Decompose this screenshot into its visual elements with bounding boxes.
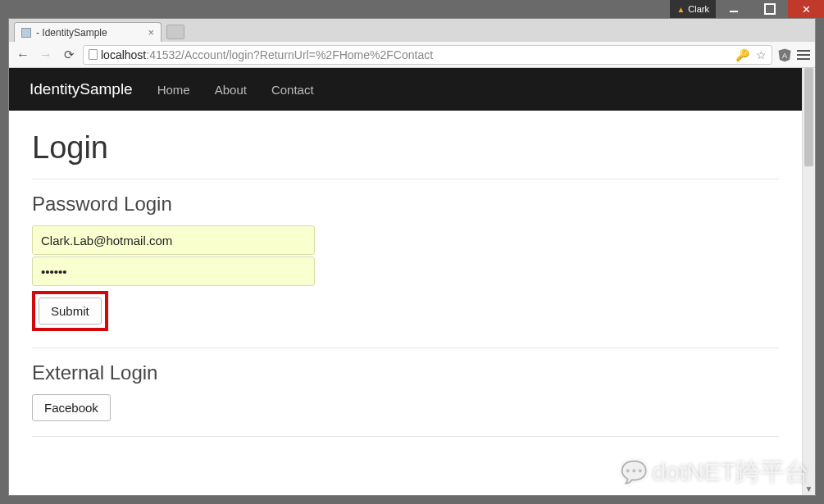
window-maximize-button[interactable]: [752, 0, 788, 18]
window-close-button[interactable]: [788, 0, 824, 18]
password-login-heading: Password Login: [32, 193, 779, 216]
browser-menu-button[interactable]: [797, 50, 810, 60]
nav-link-about[interactable]: About: [215, 83, 247, 97]
vertical-scrollbar[interactable]: ▲ ▼: [802, 68, 815, 495]
svg-text:A: A: [782, 51, 787, 59]
window-minimize-button[interactable]: [716, 0, 752, 18]
nav-link-contact[interactable]: Contact: [271, 83, 314, 97]
browser-toolbar: ← → ⟳ localhost:41532/Account/login?Retu…: [9, 42, 815, 68]
address-bar[interactable]: localhost:41532/Account/login?ReturnUrl=…: [83, 45, 772, 65]
nav-link-home[interactable]: Home: [157, 83, 190, 97]
viewport: IdentitySample Home About Contact Login …: [9, 68, 815, 495]
divider: [32, 347, 779, 348]
os-titlebar: ▲ Clark: [0, 0, 824, 18]
key-icon[interactable]: 🔑: [735, 48, 749, 61]
page-title: Login: [32, 130, 779, 166]
divider: [32, 179, 779, 179]
browser-tab[interactable]: - IdentitySample ×: [14, 22, 162, 42]
submit-highlight-box: Submit: [32, 291, 108, 331]
tab-strip: - IdentitySample ×: [9, 19, 815, 42]
back-button[interactable]: ←: [14, 46, 32, 64]
browser-window: - IdentitySample × ← → ⟳ localhost:41532…: [8, 18, 816, 496]
tab-favicon: [21, 28, 31, 38]
facebook-login-button[interactable]: Facebook: [32, 394, 111, 421]
page-icon: [89, 49, 98, 60]
external-login-heading: External Login: [32, 361, 779, 384]
url-text: localhost:41532/Account/login?ReturnUrl=…: [101, 48, 433, 61]
scroll-down-icon[interactable]: ▼: [803, 482, 815, 495]
page-content: IdentitySample Home About Contact Login …: [9, 68, 802, 495]
site-navbar: IdentitySample Home About Contact: [9, 68, 802, 111]
navbar-brand[interactable]: IdentitySample: [30, 80, 133, 98]
tab-close-icon[interactable]: ×: [148, 26, 154, 39]
star-icon[interactable]: ☆: [756, 48, 767, 61]
forward-button[interactable]: →: [37, 46, 55, 64]
password-field[interactable]: [32, 257, 315, 286]
email-field[interactable]: [32, 225, 315, 255]
os-user-label: Clark: [688, 4, 709, 14]
tab-title: - IdentitySample: [36, 27, 107, 39]
new-tab-button[interactable]: [166, 25, 184, 39]
reload-button[interactable]: ⟳: [60, 46, 78, 64]
divider: [32, 436, 779, 437]
scroll-thumb[interactable]: [804, 68, 813, 166]
submit-button[interactable]: Submit: [39, 297, 102, 325]
warning-icon: ▲: [676, 5, 685, 14]
angular-extension-icon[interactable]: A: [777, 48, 792, 62]
os-user-badge[interactable]: ▲ Clark: [670, 0, 716, 18]
